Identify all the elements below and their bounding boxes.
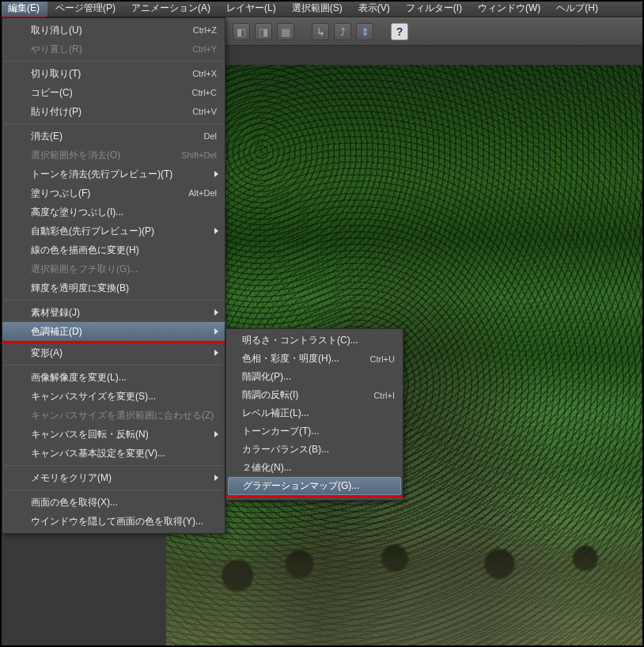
menu-item-label: 画像解像度を変更(L)... — [31, 371, 217, 384]
menu-item-label: 消去(E) — [31, 130, 194, 143]
edit-menu-item-17[interactable]: 素材登録(J) — [2, 303, 225, 322]
submenu-item-label: レベル補正(L)... — [242, 407, 395, 420]
menu-item-label: 画面の色を取得(X)... — [31, 496, 217, 509]
menubar-item-2[interactable]: アニメーション(A) — [123, 0, 218, 17]
edit-menu-item-28[interactable]: メモリをクリア(M) — [2, 468, 225, 487]
submenu-item-label: 階調の反転(I) — [242, 388, 364, 402]
edit-menu-item-23[interactable]: キャンバスサイズを変更(S)... — [2, 387, 225, 406]
edit-menu-item-30[interactable]: 画面の色を取得(X)... — [2, 493, 225, 512]
menu-item-label: キャンバスサイズを選択範囲に合わせる(Z) — [31, 409, 217, 422]
menu-item-shortcut: Alt+Del — [188, 188, 217, 198]
edit-menu-item-20[interactable]: 変形(A) — [2, 343, 225, 362]
menu-item-label: メモリをクリア(M) — [31, 471, 217, 485]
submenu-item-label: ２値化(N)... — [242, 461, 395, 475]
edit-menu-item-25[interactable]: キャンバスを回転・反転(N) — [2, 425, 225, 444]
help-button[interactable]: ? — [391, 23, 408, 40]
menubar-item-6[interactable]: フィルター(I) — [398, 0, 470, 17]
submenu-item-2[interactable]: 階調化(P)... — [226, 368, 403, 386]
submenu-item-0[interactable]: 明るさ・コントラスト(C)... — [226, 331, 403, 350]
menu-item-label: 素材登録(J) — [31, 306, 217, 320]
menu-item-label: 線の色を描画色に変更(H) — [31, 244, 217, 257]
menu-item-shortcut: Ctrl+Y — [192, 44, 217, 54]
submenu-item-label: グラデーションマップ(G)... — [243, 479, 392, 493]
edit-menu-item-3[interactable]: 切り取り(T)Ctrl+X — [2, 64, 225, 83]
menu-separator — [4, 300, 223, 301]
edit-menu-item-22[interactable]: 画像解像度を変更(L)... — [2, 368, 225, 387]
submenu-item-label: カラーバランス(B)... — [242, 443, 395, 456]
menu-item-shortcut: Ctrl+V — [192, 107, 217, 116]
menu-item-label: キャンバス基本設定を変更(V)... — [31, 447, 217, 460]
menu-item-shortcut: Ctrl+Z — [193, 25, 217, 35]
menu-item-label: 変形(A) — [31, 346, 217, 360]
submenu-item-8[interactable]: グラデーションマップ(G)... — [228, 477, 401, 495]
edit-menu-item-5[interactable]: 貼り付け(P)Ctrl+V — [2, 102, 225, 121]
menu-item-shortcut: Ctrl+X — [192, 69, 217, 78]
edit-menu-item-24: キャンバスサイズを選択範囲に合わせる(Z) — [2, 406, 225, 425]
edit-menu-item-13[interactable]: 線の色を描画色に変更(H) — [2, 240, 225, 259]
menu-item-label: ウインドウを隠して画面の色を取得(Y)... — [31, 515, 217, 528]
menubar-item-1[interactable]: ページ管理(P) — [47, 0, 123, 17]
chevron-right-icon — [214, 228, 218, 234]
edit-menu-item-15[interactable]: 輝度を透明度に変換(B) — [2, 278, 225, 297]
help-icon: ? — [396, 25, 403, 38]
toolbar-button-1[interactable]: ◧ — [233, 23, 250, 40]
chevron-right-icon — [214, 309, 218, 316]
submenu-item-6[interactable]: カラーバランス(B)... — [226, 441, 403, 459]
toolbar-button-3[interactable]: ▦ — [277, 23, 294, 40]
submenu-item-label: トーンカーブ(T)... — [242, 425, 395, 438]
menu-separator — [4, 490, 223, 490]
menu-item-shortcut: Ctrl+C — [192, 88, 217, 97]
menubar-item-0[interactable]: 編集(E) — [0, 0, 47, 17]
menu-item-label: トーンを消去(先行プレビュー)(T) — [31, 168, 217, 181]
edit-menu-item-11[interactable]: 高度な塗りつぶし(I)... — [2, 202, 225, 221]
menu-item-label: やり直し(R) — [31, 43, 183, 56]
menu-item-label: キャンバスサイズを変更(S)... — [31, 390, 217, 403]
submenu-item-1[interactable]: 色相・彩度・明度(H)...Ctrl+U — [226, 350, 403, 368]
submenu-item-3[interactable]: 階調の反転(I)Ctrl+I — [226, 386, 403, 404]
menu-item-label: 選択範囲外を消去(O) — [31, 149, 172, 162]
chevron-right-icon — [214, 350, 218, 356]
menubar-item-4[interactable]: 選択範囲(S) — [284, 0, 350, 17]
menu-item-label: 貼り付け(P) — [31, 105, 183, 119]
submenu-item-label: 色相・彩度・明度(H)... — [242, 352, 361, 365]
edit-menu-item-7[interactable]: 消去(E)Del — [2, 127, 225, 146]
edit-menu-item-1: やり直し(R)Ctrl+Y — [2, 40, 225, 59]
edit-menu-dropdown: 取り消し(U)Ctrl+Zやり直し(R)Ctrl+Y切り取り(T)Ctrl+Xコ… — [2, 17, 225, 534]
menubar: 編集(E)ページ管理(P)アニメーション(A)レイヤー(L)選択範囲(S)表示(… — [0, 0, 644, 17]
toolbar-snap-1[interactable]: ↳ — [312, 23, 329, 40]
submenu-item-4[interactable]: レベル補正(L)... — [226, 404, 403, 422]
menu-item-label: 選択範囲をフチ取り(G)... — [31, 263, 217, 276]
menu-item-label: 切り取り(T) — [31, 67, 183, 81]
edit-menu-item-26[interactable]: キャンバス基本設定を変更(V)... — [2, 444, 225, 463]
menu-separator — [4, 365, 223, 365]
edit-menu-item-9[interactable]: トーンを消去(先行プレビュー)(T) — [2, 165, 225, 184]
edit-menu-item-12[interactable]: 自動彩色(先行プレビュー)(P) — [2, 221, 225, 240]
menubar-item-5[interactable]: 表示(V) — [350, 0, 398, 17]
edit-menu-item-0[interactable]: 取り消し(U)Ctrl+Z — [2, 21, 225, 40]
toolbar-snap-3[interactable]: ⇕ — [356, 23, 373, 40]
menu-item-shortcut: Shift+Del — [181, 150, 217, 160]
submenu-item-shortcut: Ctrl+I — [373, 391, 395, 400]
toolbar-snap-2[interactable]: ⤴ — [334, 23, 351, 40]
chevron-right-icon — [214, 328, 218, 335]
menubar-item-7[interactable]: ウィンドウ(W) — [470, 0, 548, 17]
submenu-item-7[interactable]: ２値化(N)... — [226, 459, 403, 477]
edit-menu-item-31[interactable]: ウインドウを隠して画面の色を取得(Y)... — [2, 512, 225, 531]
menu-item-label: キャンバスを回転・反転(N) — [31, 428, 217, 441]
submenu-item-label: 明るさ・コントラスト(C)... — [242, 334, 395, 347]
menu-item-label: 取り消し(U) — [31, 24, 184, 37]
edit-menu-item-8: 選択範囲外を消去(O)Shift+Del — [2, 146, 225, 165]
submenu-item-5[interactable]: トーンカーブ(T)... — [226, 422, 403, 441]
edit-menu-item-10[interactable]: 塗りつぶし(F)Alt+Del — [2, 184, 225, 202]
toolbar-button-2[interactable]: ◨ — [255, 23, 272, 40]
edit-menu-item-4[interactable]: コピー(C)Ctrl+C — [2, 83, 225, 102]
menubar-item-8[interactable]: ヘルプ(H) — [548, 0, 606, 17]
menu-separator — [4, 465, 223, 466]
menu-separator — [4, 123, 223, 124]
menu-item-label: コピー(C) — [31, 86, 183, 100]
menubar-item-3[interactable]: レイヤー(L) — [218, 0, 284, 17]
menu-item-label: 塗りつぶし(F) — [31, 187, 179, 200]
chevron-right-icon — [214, 431, 218, 437]
submenu-item-label: 階調化(P)... — [242, 370, 395, 384]
edit-menu-item-18[interactable]: 色調補正(D) — [2, 322, 225, 341]
